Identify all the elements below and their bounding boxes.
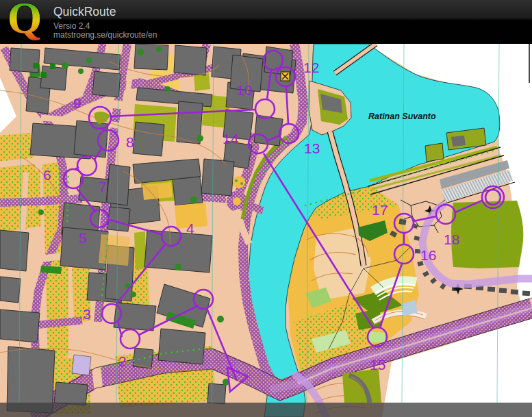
svg-text:13: 13 [304,140,320,156]
svg-text:14: 14 [223,131,239,147]
svg-text:10: 10 [236,82,252,98]
svg-text:4: 4 [186,220,194,236]
svg-text:8: 8 [126,134,134,150]
svg-text:Q: Q [8,0,42,42]
svg-text:18: 18 [444,231,459,247]
svg-text:6: 6 [43,167,51,183]
svg-text:Ratinan Suvanto: Ratinan Suvanto [368,112,436,121]
svg-text:7: 7 [99,179,107,194]
svg-text:12: 12 [303,60,319,75]
svg-text:17: 17 [372,202,388,218]
svg-text:5: 5 [79,230,87,246]
svg-text:15: 15 [370,357,385,372]
svg-text:9: 9 [73,95,81,111]
svg-text:2: 2 [118,353,127,369]
svg-text:16: 16 [420,247,436,263]
svg-text:3: 3 [83,306,91,322]
